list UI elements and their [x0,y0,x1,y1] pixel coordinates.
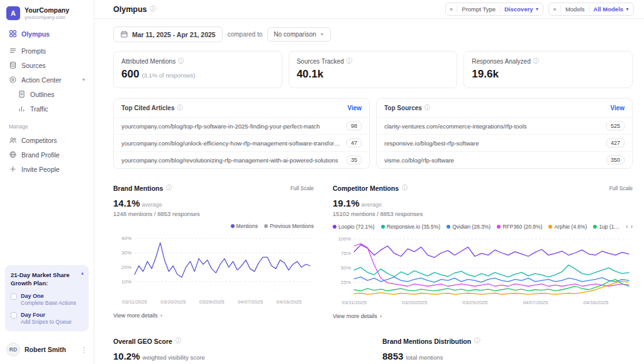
filter-value-dropdown[interactable]: All Models ▼ [590,6,633,13]
sidebar-item-prompts[interactable]: Prompts [5,43,89,58]
view-link[interactable]: View [610,105,625,111]
legend-item[interactable]: Previous Mentions [264,223,314,229]
full-scale-toggle[interactable]: Full Scale [291,185,314,191]
legend-item[interactable]: Loopio (72.1%) [333,224,375,230]
sidebar-item-label: Olympus [21,30,50,38]
date-range-picker[interactable]: Mar 11, 2025 - Apr 21, 2025 [113,26,223,42]
citation-count-badge: 47 [347,139,362,147]
filter-value: All Models [594,6,624,13]
growth-plan-item-subtitle: Complete Base Actions [21,300,76,306]
legend-item[interactable]: Qvidian (28.3%) [447,224,491,230]
comparison-dropdown[interactable]: No comparison ▼ [267,27,330,42]
dashboard-content: Mar 11, 2025 - Apr 21, 2025 compared to … [94,19,644,364]
metric-suffix: (3.1% of responses) [142,72,195,79]
svg-text:04/07/2025: 04/07/2025 [238,299,264,305]
legend-item[interactable]: Arphie (4.6%) [548,224,587,230]
full-scale-toggle[interactable]: Full Scale [609,185,633,191]
sidebar-item-brand-profile[interactable]: Brand Profile [5,147,89,162]
info-icon: ⓘ [175,337,182,345]
list-item[interactable]: yourcompany.com/blog/top-rfp-software-in… [114,117,369,134]
competitor-mentions-section: Competitor Mentionsⓘ Full Scale 19.1%ave… [333,184,633,319]
workspace-switcher[interactable]: A YourCompany yourcompany.com [0,0,94,25]
section-title: Brand Mentions [113,185,163,192]
brand-mentions-chart[interactable]: 10%20%30%40%03/11/202503/20/202503/29/20… [113,232,314,306]
user-menu[interactable]: RD Robert Smith ⋮ [0,336,94,364]
list-item[interactable]: yourcompany.com/blog/unlock-efficiency-h… [114,134,369,151]
svg-text:04/16/2025: 04/16/2025 [276,299,302,305]
chevron-left-icon[interactable]: ‹ [626,223,628,230]
filter-chip-prompt-type: × Prompt Type Discovery ▼ [445,3,544,16]
mentions-distribution-section: Brand Mentions Distributionⓘ 8853total m… [382,337,633,364]
kebab-menu-icon[interactable]: ⋮ [80,346,87,354]
metric-cards: Attributed Mentionsⓘ 600(3.1% of respons… [113,51,633,88]
chevron-right-icon[interactable]: › [631,223,633,230]
legend-item[interactable]: Mentions [231,223,258,229]
view-more-link[interactable]: View more details› [333,313,633,319]
svg-text:03/29/2025: 03/29/2025 [462,300,488,305]
metric-card-responses-analyzed: Responses Analyzedⓘ 19.6k [464,51,633,88]
chevron-right-icon: › [380,313,382,319]
user-name: Robert Smith [25,346,66,353]
sidebar-item-olympus[interactable]: Olympus [5,26,89,41]
legend-swatch [264,224,268,228]
average-label: average [362,202,382,208]
growth-plan-item-title: Day Four [21,312,72,318]
article-url: yourcompany.com/blog/unlock-efficiency-h… [121,140,347,147]
view-link[interactable]: View [347,105,362,111]
sidebar-item-sources[interactable]: Sources [5,58,89,72]
growth-plan-item[interactable]: Day Four Add Snipes to Queue [11,312,83,325]
source-url: visme.co/blog/rfp-software [384,157,459,164]
svg-text:20%: 20% [121,264,131,270]
svg-text:40%: 40% [121,236,131,241]
database-icon [9,61,17,69]
close-icon[interactable]: × [549,6,561,13]
sidebar-item-label: Outlines [30,91,55,98]
sidebar-item-label: Action Center [21,76,62,84]
geo-score-value: 10.2% [113,351,140,361]
total-mentions-value: 8853 [382,351,403,361]
collapse-icon[interactable]: ▴ [81,270,84,276]
metric-label: Sources Tracked [297,58,344,65]
svg-text:50%: 50% [341,265,351,271]
invite-people-button[interactable]: Invite People [5,162,89,176]
list-item[interactable]: visme.co/blog/rfp-software 350 [377,151,632,168]
growth-plan-item[interactable]: Day One Complete Base Actions [11,293,83,306]
sidebar-nav-secondary: Prompts Sources Action Center ▾ Outlines… [0,42,94,117]
list-item[interactable]: yourcompany.com/blog/revolutionizing-rfp… [114,151,369,168]
legend-item[interactable]: 1up (1… [593,224,619,230]
competitor-mentions-chart[interactable]: 25%50%75%100%03/11/202503/20/202503/29/2… [333,232,633,307]
svg-text:75%: 75% [341,251,351,256]
sidebar-item-action-center[interactable]: Action Center ▾ [5,72,89,87]
svg-text:04/16/2025: 04/16/2025 [584,300,609,305]
source-url: responsive.io/blog/best-rfp-software [384,140,484,147]
view-more-link[interactable]: View more details› [113,312,314,319]
sidebar-item-outlines[interactable]: Outlines [5,87,89,101]
checkbox[interactable] [11,293,17,300]
checkbox[interactable] [11,312,17,319]
legend-item[interactable]: RFP360 (20.8%) [497,224,542,230]
svg-text:03/11/2025: 03/11/2025 [341,300,367,305]
sidebar-manage-nav: Competitors Brand Profile Invite People [0,132,94,178]
line-chart-svg: 10%20%30%40%03/11/202503/20/202503/29/20… [113,232,314,306]
legend-swatch [381,225,385,229]
close-icon[interactable]: × [446,6,458,13]
list-item[interactable]: clarity-ventures.com/ecommerce-integrati… [377,117,632,134]
top-sources-card: Top Sourcesⓘ View clarity-ventures.com/e… [376,98,633,169]
list-item[interactable]: responsive.io/blog/best-rfp-software 427 [377,134,632,151]
legend-swatch [548,225,552,229]
manage-section-label: Manage [0,117,94,132]
legend-swatch [593,225,597,229]
avatar: RD [6,343,20,356]
info-icon: ⓘ [402,184,408,192]
filter-value-dropdown[interactable]: Discovery ▼ [501,6,543,13]
source-count-badge: 525 [606,122,625,130]
top-cited-articles-card: Top Cited Articlesⓘ View yourcompany.com… [113,98,370,169]
sidebar-item-traffic[interactable]: Traffic [5,101,89,116]
page-title: Olympus [113,5,147,14]
sidebar-item-competitors[interactable]: Competitors [5,133,89,147]
metric-value: 40.1k [297,68,324,80]
legend-item[interactable]: Responsive.io (35.5%) [381,224,441,230]
citation-count-badge: 98 [347,122,362,130]
legend-pager: ‹› [626,223,633,230]
info-icon: ⓘ [150,5,157,13]
